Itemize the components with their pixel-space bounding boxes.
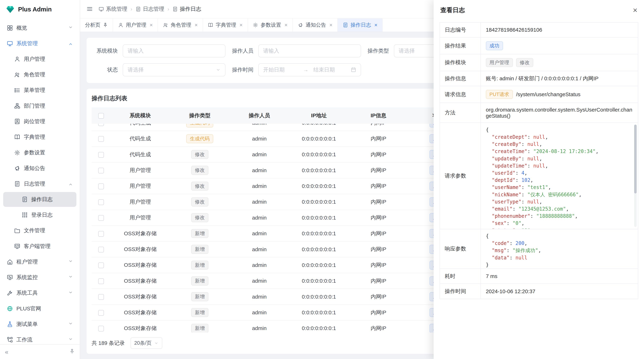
sidebar-item-file-mgmt[interactable]: 文件管理 xyxy=(3,223,76,238)
detail-row-request-params: 请求参数 { "createDept": null, "createBy": n… xyxy=(440,123,638,229)
cell-system-module: OSS对象存储 xyxy=(110,261,170,269)
sidebar-item-system-monitor[interactable]: 系统监控 xyxy=(3,270,76,285)
sidebar-item-log-mgmt[interactable]: 日志管理 xyxy=(3,176,76,191)
sidebar-item-test-menu[interactable]: 测试菜单 xyxy=(3,317,76,332)
chevron-up-icon xyxy=(68,181,73,187)
row-checkbox[interactable] xyxy=(98,183,104,189)
detail-row-module: 操作模块 用户管理 修改 xyxy=(440,54,638,71)
tab-operation-log[interactable]: 操作日志 × xyxy=(338,18,383,32)
cell-ip: 0:0:0:0:0:0:0:1 xyxy=(289,215,349,221)
table-title: 操作日志列表 xyxy=(92,94,127,102)
sidebar-item-system-tools[interactable]: 系统工具 xyxy=(3,286,76,300)
row-checkbox[interactable] xyxy=(98,168,104,173)
cell-system-module: OSS对象存储 xyxy=(110,325,170,332)
close-icon[interactable]: × xyxy=(633,6,638,14)
sidebar-item-user-mgmt[interactable]: 用户管理 xyxy=(3,52,76,66)
cell-ip: 0:0:0:0:0:0:0:1 xyxy=(289,183,349,189)
sidebar-item-operation-log[interactable]: 操作日志 xyxy=(3,192,76,207)
row-checkbox[interactable] xyxy=(98,294,104,300)
sidebar-collapse-button[interactable]: « xyxy=(5,349,8,356)
tab-user-mgmt[interactable]: 用户管理 × xyxy=(113,18,158,32)
cell-operator: admin xyxy=(230,230,289,237)
sidebar-item-client-mgmt[interactable]: 客户端管理 xyxy=(3,239,76,254)
row-checkbox[interactable] xyxy=(98,263,104,268)
sidebar-menu: 概览 系统管理 用户管理 角色管理 菜单管理 部门管理 岗位管理 xyxy=(0,19,80,345)
cell-ip-info: 内网IP xyxy=(349,325,408,332)
operator-input[interactable]: 请输入 xyxy=(258,44,361,57)
operation-type-badge: 修改 xyxy=(191,197,208,207)
detail-row-method: 方法 org.dromara.system.controller.system.… xyxy=(440,103,638,123)
cell-ip-info: 内网IP xyxy=(349,261,408,269)
close-icon[interactable]: × xyxy=(150,22,152,28)
detail-row-cost: 耗时 7 ms xyxy=(440,269,638,284)
chevron-down-icon xyxy=(154,341,158,346)
tab-analysis[interactable]: 分析页 xyxy=(80,18,113,32)
chevron-down-icon xyxy=(68,290,73,296)
sidebar-item-post-mgmt[interactable]: 岗位管理 xyxy=(3,114,76,129)
page-size-select[interactable]: 20条/页 xyxy=(130,337,162,349)
sidebar-item-system-mgmt[interactable]: 系统管理 xyxy=(3,36,76,51)
pin-icon[interactable] xyxy=(103,22,108,27)
breadcrumb-item[interactable]: 系统管理 xyxy=(98,5,127,13)
detail-row-response-params: 响应参数 { "code": 200, "msg": "操作成功", "data… xyxy=(440,229,638,269)
sidebar-item-role-mgmt[interactable]: 角色管理 xyxy=(3,67,76,82)
sidebar-item-login-log[interactable]: 登录日志 xyxy=(3,208,76,222)
cell-ip-info: 内网IP xyxy=(349,230,408,237)
close-icon[interactable]: × xyxy=(240,22,242,28)
select-all-checkbox[interactable] xyxy=(98,113,104,119)
sidebar-item-plus-website[interactable]: PLUS官网 xyxy=(3,301,76,316)
client-icon xyxy=(14,243,20,249)
row-checkbox[interactable] xyxy=(98,152,104,158)
log-icon xyxy=(14,181,20,187)
cell-ip: 0:0:0:0:0:0:0:1 xyxy=(289,167,349,173)
cell-system-module: 代码生成 xyxy=(110,135,170,142)
filter-system-module: 系统模块 请输入 xyxy=(96,44,226,57)
operation-type-badge: 生成代码 xyxy=(186,134,213,143)
row-checkbox[interactable] xyxy=(98,247,104,252)
system-module-input[interactable]: 请输入 xyxy=(123,44,226,57)
operation-type-badge: 新增 xyxy=(191,261,208,270)
monitor-icon xyxy=(6,40,13,46)
cell-ip-info: 内网IP xyxy=(349,151,408,158)
sidebar-item-overview[interactable]: 概览 xyxy=(3,20,76,35)
breadcrumb-item[interactable]: 日志管理 xyxy=(136,5,164,13)
row-checkbox[interactable] xyxy=(98,124,104,126)
operation-time-value: 2024-10-06 12:20:37 xyxy=(481,284,638,299)
sidebar-item-menu-mgmt[interactable]: 菜单管理 xyxy=(3,83,76,98)
sidebar-item-dict-mgmt[interactable]: 字典管理 xyxy=(3,130,76,144)
close-icon[interactable]: × xyxy=(284,22,288,28)
row-checkbox[interactable] xyxy=(98,199,104,205)
sidebar-item-param-settings[interactable]: 参数设置 xyxy=(3,145,76,160)
org-icon xyxy=(14,103,20,109)
sidebar-item-workflow[interactable]: 工作流 xyxy=(3,332,76,344)
cell-operator: admin xyxy=(230,151,289,157)
hamburger-menu-icon[interactable] xyxy=(86,6,93,12)
close-icon[interactable]: × xyxy=(374,22,378,28)
sidebar-item-tenant-mgmt[interactable]: 租户管理 xyxy=(3,254,76,269)
column-header: 系统模块 xyxy=(110,112,170,119)
module-badge: 用户管理 xyxy=(486,58,513,67)
row-checkbox[interactable] xyxy=(98,231,104,237)
row-checkbox[interactable] xyxy=(98,310,104,316)
row-checkbox[interactable] xyxy=(98,326,104,332)
row-checkbox[interactable] xyxy=(98,136,104,142)
close-icon[interactable]: × xyxy=(329,22,332,28)
close-icon[interactable]: × xyxy=(195,22,198,28)
sidebar-item-notice[interactable]: 通知公告 xyxy=(3,161,76,176)
chevron-down-icon xyxy=(68,274,73,281)
status-select[interactable]: 请选择 xyxy=(123,63,226,76)
sidebar-pin-button[interactable] xyxy=(70,349,75,355)
row-checkbox[interactable] xyxy=(98,215,104,221)
tab-dict-mgmt[interactable]: 字典管理 × xyxy=(203,18,248,32)
breadcrumb-separator: › xyxy=(168,6,169,12)
tab-notice[interactable]: 通知公告 × xyxy=(293,18,338,32)
tab-param-settings[interactable]: 参数设置 × xyxy=(248,18,293,32)
cell-operator: admin xyxy=(230,294,289,300)
row-checkbox[interactable] xyxy=(98,278,104,284)
cell-ip: 0:0:0:0:0:0:0:1 xyxy=(289,136,349,142)
tab-role-mgmt[interactable]: 角色管理 × xyxy=(158,18,203,32)
scrollbar-thumb[interactable] xyxy=(634,125,637,194)
scrollbar[interactable] xyxy=(634,125,637,227)
sidebar-item-dept-mgmt[interactable]: 部门管理 xyxy=(3,98,76,113)
date-range-picker[interactable]: 开始日期 → 结束日期 xyxy=(258,63,361,76)
